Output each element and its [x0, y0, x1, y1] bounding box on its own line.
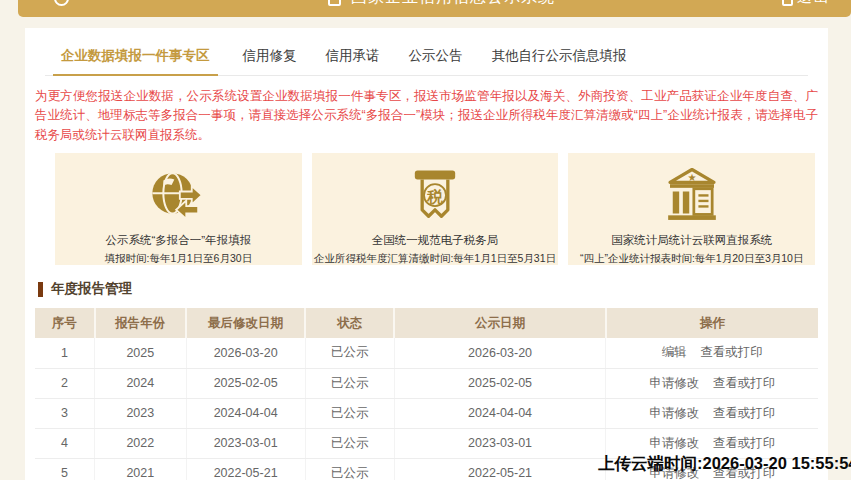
cell-seq: 2: [35, 368, 95, 398]
cell-actions: 编辑 查看或打印: [606, 338, 818, 368]
view-or-print-link[interactable]: 查看或打印: [713, 436, 776, 450]
svg-text:★: ★: [687, 173, 696, 184]
cell-seq: 4: [35, 428, 95, 458]
main-panel: 企业数据填报一件事专区 信用修复 信用承诺 公示公告 其他自行公示信息填报 为更…: [25, 28, 828, 480]
top-gold-bar: ▪ ▪ ▪ 国家企业信用信息公示系统 退出: [18, 0, 851, 17]
section-accent-bar: [38, 282, 43, 297]
cell-year: 2024: [95, 368, 187, 398]
upload-cloud-timestamp: 上传云端时间:2026-03-20 15:55:54: [598, 453, 851, 475]
table-row: 3 2023 2024-04-04 已公示 2024-04-04 申请修改 查看…: [35, 398, 818, 428]
header-title-clipped: 国家企业信用信息公示系统: [351, 0, 555, 8]
request-modify-link[interactable]: 申请修改: [649, 436, 699, 450]
cell-publish-date: 2026-03-20: [394, 338, 605, 368]
cell-publish-date: 2024-04-04: [394, 398, 605, 428]
promo-cards-row: 公示系统“多报合一”年报填报 填报时间:每年1月1日至6月30日 税 全国统一规…: [55, 153, 815, 265]
logout-icon[interactable]: [782, 0, 793, 6]
document-icon: [328, 0, 341, 6]
government-building-icon: ★: [568, 161, 815, 233]
svg-text:税: 税: [426, 188, 443, 205]
cell-status: 已公示: [305, 398, 394, 428]
promo-card-etax-bureau[interactable]: 税 全国统一规范电子税务局 企业所得税年度汇算清缴时间:每年1月1日至5月31日: [312, 153, 559, 265]
promo-card-title: 全国统一规范电子税务局: [312, 233, 559, 248]
column-header-seq: 序号: [35, 308, 95, 338]
cell-publish-date: 2025-02-05: [394, 368, 605, 398]
cell-status: 已公示: [305, 458, 394, 480]
table-row: 1 2025 2026-03-20 已公示 2026-03-20 编辑 查看或打…: [35, 338, 818, 368]
column-header-publish-date: 公示日期: [394, 308, 605, 338]
view-or-print-link[interactable]: 查看或打印: [713, 406, 776, 420]
cell-year: 2021: [95, 458, 187, 480]
tab-other-self-publicity-filing[interactable]: 其他自行公示信息填报: [488, 40, 631, 75]
view-or-print-link[interactable]: 查看或打印: [713, 376, 776, 390]
tab-enterprise-data-filing-zone[interactable]: 企业数据填报一件事专区: [53, 40, 218, 76]
globe-arrows-icon: [55, 161, 302, 233]
column-header-year: 报告年份: [95, 308, 187, 338]
tab-public-announcement[interactable]: 公示公告: [405, 40, 467, 75]
column-header-modified-date: 最后修改日期: [186, 308, 305, 338]
cell-modified-date: 2023-03-01: [186, 428, 305, 458]
cell-modified-date: 2024-04-04: [186, 398, 305, 428]
cell-year: 2023: [95, 398, 187, 428]
promo-card-title: 国家统计局统计云联网直报系统: [568, 233, 815, 248]
filing-notice-text: 为更方便您报送企业数据，公示系统设置企业数据填报一件事专区，报送市场监管年报以及…: [35, 87, 818, 145]
promo-card-statistics-system[interactable]: ★ 国家统计局统计云联网直报系统 “四上”企业统计报表时间:每年1月20日至3月…: [568, 153, 815, 265]
cell-seq: 1: [35, 338, 95, 368]
cell-status: 已公示: [305, 428, 394, 458]
cell-year: 2022: [95, 428, 187, 458]
view-or-print-link[interactable]: 查看或打印: [700, 345, 763, 359]
cell-status: 已公示: [305, 368, 394, 398]
tab-bar: 企业数据填报一件事专区 信用修复 信用承诺 公示公告 其他自行公示信息填报: [45, 28, 808, 76]
promo-card-period: 填报时间:每年1月1日至6月30日: [55, 252, 302, 266]
request-modify-link[interactable]: 申请修改: [649, 406, 699, 420]
cell-publish-date: 2023-03-01: [394, 428, 605, 458]
cell-modified-date: 2026-03-20: [186, 338, 305, 368]
section-title-text: 年度报告管理: [51, 280, 132, 298]
clipped-circle-icon: [54, 0, 69, 6]
promo-card-title: 公示系统“多报合一”年报填报: [55, 233, 302, 248]
logout-button[interactable]: 退出: [797, 0, 831, 7]
cell-year: 2025: [95, 338, 187, 368]
tax-banner-icon: 税: [312, 161, 559, 233]
cell-publish-date: 2022-05-21: [394, 458, 605, 480]
cell-actions: 申请修改 查看或打印: [606, 368, 818, 398]
cell-seq: 3: [35, 398, 95, 428]
clipped-header-glyphs: ▪ ▪ ▪: [113, 0, 171, 5]
cell-seq: 5: [35, 458, 95, 480]
cell-modified-date: 2022-05-21: [186, 458, 305, 480]
promo-card-annual-report[interactable]: 公示系统“多报合一”年报填报 填报时间:每年1月1日至6月30日: [55, 153, 302, 265]
tab-credit-commitment[interactable]: 信用承诺: [322, 40, 384, 75]
table-row: 2 2024 2025-02-05 已公示 2025-02-05 申请修改 查看…: [35, 368, 818, 398]
cell-status: 已公示: [305, 338, 394, 368]
promo-card-period: 企业所得税年度汇算清缴时间:每年1月1日至5月31日: [312, 252, 559, 266]
annual-report-section-header: 年度报告管理: [38, 280, 828, 298]
column-header-actions: 操作: [606, 308, 818, 338]
edit-link[interactable]: 编辑: [662, 345, 687, 359]
column-header-status: 状态: [305, 308, 394, 338]
cell-actions: 申请修改 查看或打印: [606, 398, 818, 428]
table-header-row: 序号 报告年份 最后修改日期 状态 公示日期 操作: [35, 308, 818, 338]
promo-card-period: “四上”企业统计报表时间:每年1月20日至3月10日: [568, 252, 815, 266]
tab-credit-repair[interactable]: 信用修复: [239, 40, 301, 75]
cell-modified-date: 2025-02-05: [186, 368, 305, 398]
request-modify-link[interactable]: 申请修改: [649, 376, 699, 390]
